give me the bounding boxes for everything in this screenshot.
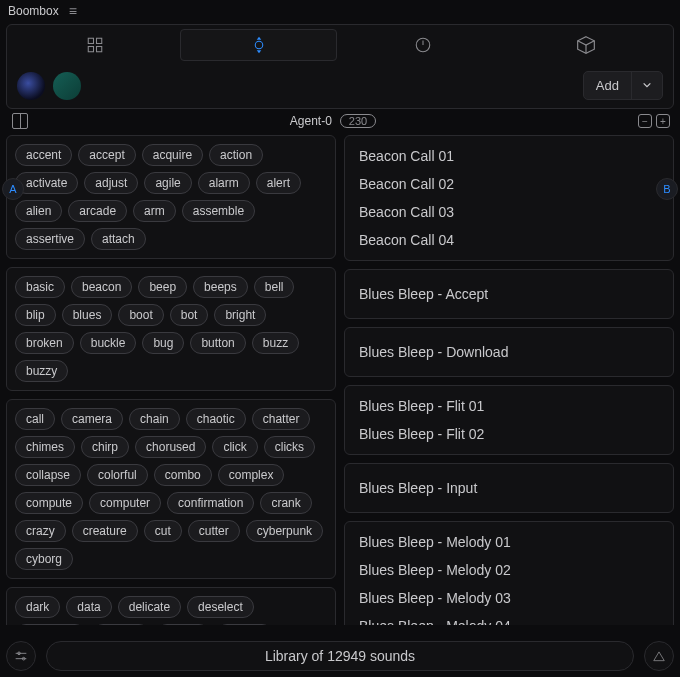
sound-item[interactable]: Beacon Call 02 <box>345 170 673 198</box>
sound-item[interactable]: Blues Bleep - Accept <box>345 276 673 312</box>
tab-grid[interactable] <box>17 29 172 61</box>
tag[interactable]: delicate <box>118 596 181 618</box>
sound-item[interactable]: Blues Bleep - Melody 04 <box>345 612 673 625</box>
tag[interactable]: alien <box>15 200 62 222</box>
tag[interactable]: beeps <box>193 276 248 298</box>
sound-item[interactable]: Blues Bleep - Flit 01 <box>345 392 673 420</box>
agent-bar: Agent-0 230 − + <box>0 109 680 135</box>
tag[interactable]: buzzy <box>15 360 68 382</box>
tag[interactable]: bell <box>254 276 295 298</box>
tag[interactable]: alert <box>256 172 301 194</box>
tag[interactable]: data <box>66 596 111 618</box>
tag[interactable]: detach <box>92 624 150 625</box>
column-badge-a[interactable]: A <box>2 178 24 200</box>
agent-count: 230 <box>340 114 376 128</box>
column-badge-b[interactable]: B <box>656 178 678 200</box>
tag[interactable]: cut <box>144 520 182 542</box>
tab-timer[interactable] <box>345 29 500 61</box>
tag[interactable]: crank <box>260 492 311 514</box>
zoom-in[interactable]: + <box>656 114 670 128</box>
tag[interactable]: alarm <box>198 172 250 194</box>
avatar-1[interactable] <box>17 72 45 100</box>
tag[interactable]: click <box>212 436 257 458</box>
tag[interactable]: basic <box>15 276 65 298</box>
tag[interactable]: accept <box>78 144 135 166</box>
settings-button[interactable] <box>6 641 36 671</box>
tag[interactable]: chorused <box>135 436 206 458</box>
tag[interactable]: bug <box>142 332 184 354</box>
sound-item[interactable]: Blues Bleep - Melody 02 <box>345 556 673 584</box>
tag[interactable]: designed <box>15 624 86 625</box>
tag[interactable]: crazy <box>15 520 66 542</box>
library-bar[interactable]: Library of 12949 sounds <box>46 641 634 671</box>
tag[interactable]: detect <box>156 624 211 625</box>
menu-icon[interactable]: ≡ <box>69 4 77 18</box>
tag[interactable]: computer <box>89 492 161 514</box>
tag[interactable]: call <box>15 408 55 430</box>
tag[interactable]: arm <box>133 200 176 222</box>
collapse-button[interactable] <box>644 641 674 671</box>
tag[interactable]: cyborg <box>15 548 73 570</box>
tag[interactable]: buzz <box>252 332 299 354</box>
box-icon <box>576 35 596 55</box>
tag[interactable]: button <box>190 332 245 354</box>
add-button[interactable]: Add <box>584 72 631 99</box>
tag[interactable]: chirp <box>81 436 129 458</box>
tag[interactable]: boot <box>118 304 163 326</box>
tag[interactable]: adjust <box>84 172 138 194</box>
sound-group: Blues Bleep - Melody 01Blues Bleep - Mel… <box>344 521 674 625</box>
tag[interactable]: chain <box>129 408 180 430</box>
tag[interactable]: cutter <box>188 520 240 542</box>
tag[interactable]: assertive <box>15 228 85 250</box>
tag[interactable]: arcade <box>68 200 127 222</box>
sound-item[interactable]: Blues Bleep - Input <box>345 470 673 506</box>
tag[interactable]: acquire <box>142 144 203 166</box>
tab-package[interactable] <box>508 29 663 61</box>
tag[interactable]: deselect <box>187 596 254 618</box>
tag[interactable]: combo <box>154 464 212 486</box>
tag[interactable]: camera <box>61 408 123 430</box>
tag[interactable]: activate <box>15 172 78 194</box>
tag[interactable]: clicks <box>264 436 315 458</box>
tag[interactable]: broken <box>15 332 74 354</box>
tag[interactable]: attach <box>91 228 146 250</box>
tab-tune[interactable] <box>180 29 337 61</box>
tag[interactable]: action <box>209 144 263 166</box>
tag[interactable]: chimes <box>15 436 75 458</box>
zoom-out[interactable]: − <box>638 114 652 128</box>
tag[interactable]: beep <box>138 276 187 298</box>
tag[interactable]: complex <box>218 464 285 486</box>
tag[interactable]: confirmation <box>167 492 254 514</box>
sound-item[interactable]: Blues Bleep - Download <box>345 334 673 370</box>
tag[interactable]: device <box>216 624 273 625</box>
tag[interactable]: buckle <box>80 332 137 354</box>
avatar-2[interactable] <box>53 72 81 100</box>
svg-rect-2 <box>88 47 93 52</box>
tag[interactable]: accent <box>15 144 72 166</box>
tag[interactable]: blues <box>62 304 113 326</box>
tag[interactable]: creature <box>72 520 138 542</box>
tag[interactable]: agile <box>144 172 191 194</box>
sound-item[interactable]: Blues Bleep - Melody 01 <box>345 528 673 556</box>
tag[interactable]: beacon <box>71 276 132 298</box>
tag[interactable]: colorful <box>87 464 148 486</box>
tag[interactable]: collapse <box>15 464 81 486</box>
tag[interactable]: assemble <box>182 200 255 222</box>
sound-item[interactable]: Beacon Call 04 <box>345 226 673 254</box>
sound-item[interactable]: Blues Bleep - Melody 03 <box>345 584 673 612</box>
layout-toggle-icon[interactable] <box>12 113 28 129</box>
tag[interactable]: compute <box>15 492 83 514</box>
tag[interactable]: chatter <box>252 408 311 430</box>
tag-group: basicbeaconbeepbeepsbellblipbluesbootbot… <box>6 267 336 391</box>
tag[interactable]: chaotic <box>186 408 246 430</box>
tag[interactable]: bot <box>170 304 209 326</box>
tag[interactable]: cyberpunk <box>246 520 323 542</box>
add-dropdown[interactable] <box>631 72 662 99</box>
sound-item[interactable]: Blues Bleep - Flit 02 <box>345 420 673 448</box>
app-title: Boombox <box>8 4 59 18</box>
sound-item[interactable]: Beacon Call 01 <box>345 142 673 170</box>
tag[interactable]: dark <box>15 596 60 618</box>
tag[interactable]: blip <box>15 304 56 326</box>
tag[interactable]: bright <box>214 304 266 326</box>
sound-item[interactable]: Beacon Call 03 <box>345 198 673 226</box>
